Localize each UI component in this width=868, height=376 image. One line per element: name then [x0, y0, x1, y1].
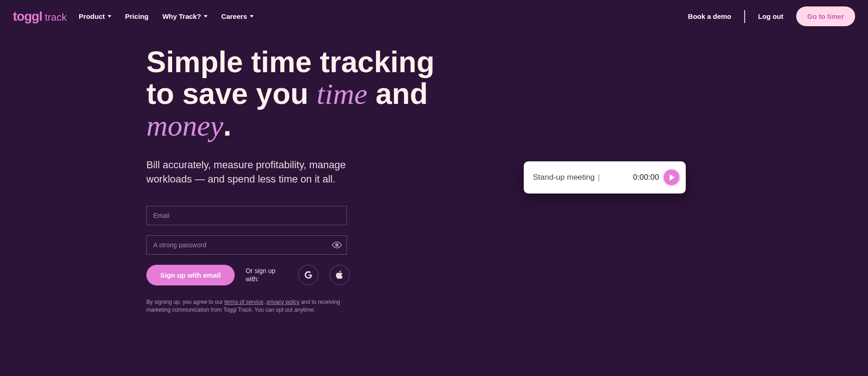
nav-label: Why Track? — [162, 12, 201, 20]
text-cursor: | — [596, 173, 600, 182]
chevron-down-icon — [108, 15, 111, 17]
nav-label: Pricing — [125, 12, 149, 20]
password-field-wrapper — [146, 235, 347, 255]
eye-icon — [332, 240, 342, 250]
logout-link[interactable]: Log out — [758, 12, 783, 20]
or-sign-up-label: Or sign up with: — [246, 267, 287, 284]
header-actions: Book a demo Log out Go to timer — [688, 6, 855, 26]
main-content: Simple time tracking to save you time an… — [0, 33, 868, 314]
legal-part: By signing up, you agree to our — [146, 299, 224, 305]
chevron-down-icon — [250, 15, 254, 17]
terms-link[interactable]: terms of service — [224, 299, 263, 305]
start-timer-button[interactable] — [664, 170, 679, 185]
google-icon — [304, 270, 313, 279]
password-field[interactable] — [147, 241, 327, 249]
timer-card: Stand-up meeting | 0:00:00 — [524, 161, 686, 194]
toggle-password-visibility[interactable] — [327, 240, 347, 250]
primary-nav: Product Pricing Why Track? Careers — [79, 12, 676, 20]
signup-email-button[interactable]: Sign up with email — [146, 265, 235, 285]
legal-text: By signing up, you agree to our terms of… — [146, 298, 363, 314]
svg-point-0 — [336, 244, 338, 246]
play-icon — [670, 174, 675, 181]
nav-product[interactable]: Product — [79, 12, 111, 20]
nav-pricing[interactable]: Pricing — [125, 12, 149, 20]
hero-right: Stand-up meeting | 0:00:00 — [441, 46, 868, 314]
hero-accent-time: time — [317, 78, 367, 110]
signup-apple-button[interactable] — [330, 265, 350, 285]
site-header: toggl track Product Pricing Why Track? C… — [0, 0, 868, 33]
hero-title-part: . — [223, 109, 231, 142]
timer-entry-text: Stand-up meeting — [533, 173, 595, 182]
email-field-wrapper — [146, 206, 347, 225]
hero-left: Simple time tracking to save you time an… — [146, 46, 441, 314]
hero-title-part: and — [367, 77, 428, 110]
legal-part: , — [263, 299, 266, 305]
privacy-link[interactable]: privacy policy — [266, 299, 300, 305]
nav-why-track[interactable]: Why Track? — [162, 12, 208, 20]
hero-title: Simple time tracking to save you time an… — [146, 46, 441, 142]
go-to-timer-button[interactable]: Go to timer — [796, 6, 855, 26]
timer-entry-label: Stand-up meeting | — [533, 173, 628, 182]
logo-suffix: track — [45, 11, 67, 23]
nav-label: Careers — [221, 12, 247, 20]
logo-text: toggl — [13, 9, 42, 24]
hero-subhead: Bill accurately, measure profitability, … — [146, 158, 363, 187]
logo[interactable]: toggl track — [13, 9, 67, 24]
email-field[interactable] — [147, 212, 347, 219]
signup-google-button[interactable] — [298, 265, 318, 285]
nav-label: Product — [79, 12, 105, 20]
hero-accent-money: money — [146, 109, 223, 142]
timer-duration: 0:00:00 — [633, 173, 659, 182]
apple-icon — [335, 270, 344, 280]
book-demo-link[interactable]: Book a demo — [688, 12, 731, 20]
nav-careers[interactable]: Careers — [221, 12, 254, 20]
signup-row: Sign up with email Or sign up with: — [146, 265, 441, 285]
chevron-down-icon — [204, 15, 208, 17]
divider — [744, 10, 745, 23]
